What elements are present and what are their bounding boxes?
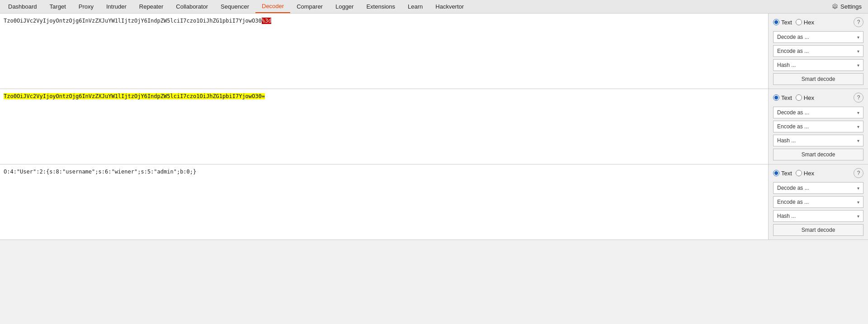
encode-chevron-2: ▾ <box>857 124 859 129</box>
radio-row-3: Text Hex ? <box>773 168 863 178</box>
decode-dropdown-2[interactable]: Decode as ... ▾ <box>773 107 863 118</box>
encode-dropdown-2[interactable]: Encode as ... ▾ <box>773 121 863 132</box>
smart-decode-button-2[interactable]: Smart decode <box>773 149 863 160</box>
nav-item-learn[interactable]: Learn <box>401 0 429 13</box>
nav-item-dashboard[interactable]: Dashboard <box>2 0 43 13</box>
nav-item-target[interactable]: Target <box>43 0 72 13</box>
radio-text-2[interactable] <box>773 94 779 101</box>
smart-decode-button-1[interactable]: Smart decode <box>773 73 863 85</box>
decoder-main: Tzo0OiJVc2VyIjoyOntzOjg6InVzZXJuYW1lIjtz… <box>0 14 868 240</box>
decode-chevron-1: ▾ <box>857 35 859 40</box>
decoder-row-2: Tzo0OiJVc2VyIjoyOntzOjg6InVzZXJuYW1lIjtz… <box>0 89 868 164</box>
help-button-1[interactable]: ? <box>854 17 863 27</box>
radio-hex-span-2: Hex <box>804 94 814 101</box>
nav-item-logger[interactable]: Logger <box>329 0 360 13</box>
nav-item-repeater[interactable]: Repeater <box>133 0 170 13</box>
hash-label-3: Hash ... <box>777 213 796 219</box>
smart-decode-button-3[interactable]: Smart decode <box>773 224 863 236</box>
encode-label-2: Encode as ... <box>777 123 809 130</box>
hash-chevron-3: ▾ <box>857 214 859 219</box>
hash-dropdown-3[interactable]: Hash ... ▾ <box>773 210 863 222</box>
radio-text-1[interactable] <box>773 19 779 25</box>
radio-hex-label-1[interactable]: Hex <box>796 19 814 26</box>
gear-icon <box>831 3 839 10</box>
settings-button[interactable]: Settings <box>827 3 866 10</box>
radio-text-span-3: Text <box>781 170 792 177</box>
encode-dropdown-3[interactable]: Encode as ... ▾ <box>773 196 863 208</box>
radio-text-label-2[interactable]: Text <box>773 94 792 101</box>
help-button-2[interactable]: ? <box>854 93 863 103</box>
nav-item-sequencer[interactable]: Sequencer <box>214 0 255 13</box>
decoder-row-1: Tzo0OiJVc2VyIjoyOntzOjg6InVzZXJuYW1lIjtz… <box>0 14 868 89</box>
radio-hex-span-1: Hex <box>804 19 814 26</box>
radio-text-span-2: Text <box>781 94 792 101</box>
radio-hex-span-3: Hex <box>804 170 814 177</box>
help-button-3[interactable]: ? <box>854 168 863 178</box>
text-area-2[interactable]: Tzo0OiJVc2VyIjoyOntzOjg6InVzZXJuYW1lIjtz… <box>0 89 769 164</box>
nav-item-proxy[interactable]: Proxy <box>72 0 100 13</box>
controls-3: Text Hex ? Decode as ... ▾ Encode as ...… <box>769 164 868 239</box>
nav-item-comparer[interactable]: Comparer <box>290 0 329 13</box>
encode-label-3: Encode as ... <box>777 199 809 205</box>
nav-item-extensions[interactable]: Extensions <box>360 0 401 13</box>
nav-bar: Dashboard Target Proxy Intruder Repeater… <box>0 0 868 14</box>
nav-item-decoder[interactable]: Decoder <box>255 0 290 13</box>
radio-hex-label-3[interactable]: Hex <box>796 170 814 177</box>
encode-dropdown-1[interactable]: Encode as ... ▾ <box>773 45 863 57</box>
settings-label: Settings <box>840 3 862 10</box>
encode-label-1: Encode as ... <box>777 48 809 54</box>
controls-1: Text Hex ? Decode as ... ▾ Encode as ...… <box>769 14 868 89</box>
decode-dropdown-3[interactable]: Decode as ... ▾ <box>773 182 863 194</box>
radio-row-1: Text Hex ? <box>773 17 863 27</box>
hash-label-2: Hash ... <box>777 137 796 144</box>
text-area-3[interactable]: O:4:"User":2:{s:8:"username";s:6:"wiener… <box>0 164 769 239</box>
decode-label-3: Decode as ... <box>777 185 809 191</box>
decode-dropdown-1[interactable]: Decode as ... ▾ <box>773 31 863 43</box>
text-content-1: Tzo0OiJVc2VyIjoyOntzOjg6InVzZXJuYW1lIjtz… <box>4 18 262 24</box>
radio-hex-1[interactable] <box>796 19 802 25</box>
hash-label-1: Hash ... <box>777 62 796 68</box>
text-highlight-2: Tzo0OiJVc2VyIjoyOntzOjg6InVzZXJuYW1lIjtz… <box>4 93 265 99</box>
radio-hex-3[interactable] <box>796 170 802 176</box>
hash-chevron-2: ▾ <box>857 138 859 143</box>
radio-text-span-1: Text <box>781 19 792 26</box>
hash-chevron-1: ▾ <box>857 63 859 68</box>
hash-dropdown-2[interactable]: Hash ... ▾ <box>773 135 863 146</box>
nav-item-intruder[interactable]: Intruder <box>100 0 133 13</box>
radio-row-2: Text Hex ? <box>773 93 863 103</box>
decoder-row-3: O:4:"User":2:{s:8:"username";s:6:"wiener… <box>0 164 868 240</box>
radio-hex-label-2[interactable]: Hex <box>796 94 814 101</box>
text-content-3: O:4:"User":2:{s:8:"username";s:6:"wiener… <box>4 169 196 175</box>
decode-label-2: Decode as ... <box>777 109 809 116</box>
decode-chevron-2: ▾ <box>857 110 859 115</box>
nav-item-collaborator[interactable]: Collaborator <box>170 0 214 13</box>
text-area-1[interactable]: Tzo0OiJVc2VyIjoyOntzOjg6InVzZXJuYW1lIjtz… <box>0 14 769 89</box>
text-highlight-1: %3d <box>262 18 272 24</box>
radio-hex-2[interactable] <box>796 94 802 101</box>
controls-2: Text Hex ? Decode as ... ▾ Encode as ...… <box>769 89 868 164</box>
encode-chevron-1: ▾ <box>857 49 859 54</box>
nav-item-hackvertor[interactable]: Hackvertor <box>429 0 470 13</box>
radio-text-label-3[interactable]: Text <box>773 170 792 177</box>
hash-dropdown-1[interactable]: Hash ... ▾ <box>773 59 863 71</box>
decode-label-1: Decode as ... <box>777 34 809 40</box>
radio-text-3[interactable] <box>773 170 779 176</box>
decode-chevron-3: ▾ <box>857 186 859 191</box>
radio-text-label-1[interactable]: Text <box>773 19 792 26</box>
encode-chevron-3: ▾ <box>857 200 859 205</box>
